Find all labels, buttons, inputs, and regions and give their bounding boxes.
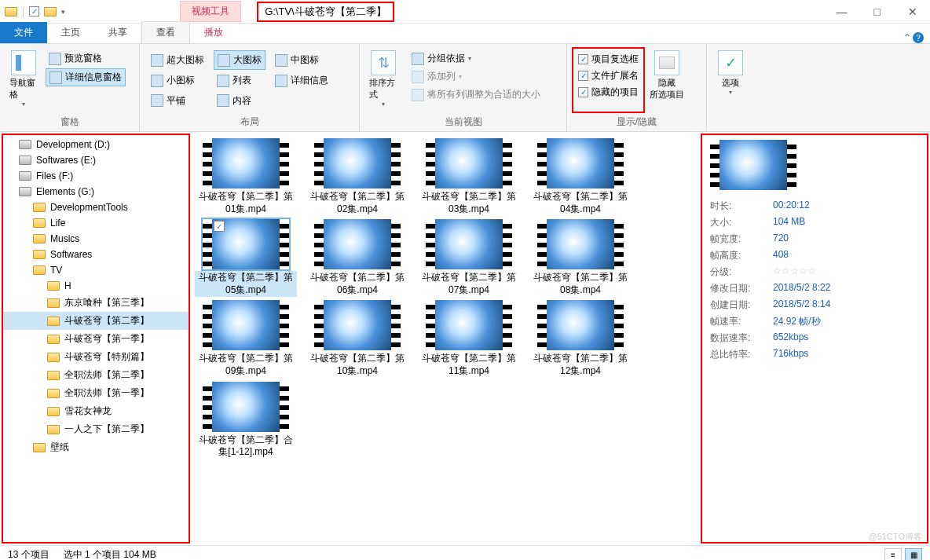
tab-share[interactable]: 共享 — [94, 22, 141, 43]
layout-label: 小图标 — [167, 74, 195, 87]
tree-node[interactable]: 斗破苍穹【第一季】 — [3, 330, 189, 348]
detail-key: 总比特率: — [710, 348, 773, 361]
file-name: 斗破苍穹【第二季】第06集.mp4 — [306, 271, 408, 297]
drive-icon — [19, 171, 31, 181]
file-item[interactable]: ✓斗破苍穹【第二季】第05集.mp4 — [195, 219, 297, 297]
contextual-tab-label: 视频工具 — [180, 1, 241, 22]
file-checkbox[interactable]: ✓ — [214, 221, 225, 232]
folder-icon — [44, 5, 57, 18]
autofit-button[interactable]: 将所有列调整为合适的大小 — [408, 86, 544, 103]
tree-node-label: Elements (G:) — [36, 186, 94, 197]
file-list[interactable]: 斗破苍穹【第二季】第01集.mp4斗破苍穹【第二季】第02集.mp4斗破苍穹【第… — [192, 132, 699, 545]
showhide-group-label: 显示/隐藏 — [572, 113, 701, 131]
tree-node[interactable]: Life — [3, 215, 189, 231]
qat-dropdown-icon[interactable]: ▾ — [61, 8, 65, 16]
file-item[interactable]: 斗破苍穹【第二季】第07集.mp4 — [418, 219, 520, 297]
tree-node[interactable]: 一人之下【第二季】 — [3, 420, 189, 438]
layout-label: 中图标 — [291, 53, 319, 67]
folder-icon — [47, 335, 60, 344]
layout-option[interactable]: 中图标 — [272, 50, 331, 70]
tab-file[interactable]: 文件 — [0, 22, 47, 43]
addcolumn-button[interactable]: 添加列 ▾ — [408, 68, 544, 85]
file-item[interactable]: 斗破苍穹【第二季】第12集.mp4 — [529, 300, 632, 378]
tree-node[interactable]: TV — [3, 262, 189, 278]
file-item[interactable]: 斗破苍穹【第二季】第01集.mp4 — [195, 138, 297, 216]
file-item[interactable]: 斗破苍穹【第二季】合集[1-12].mp4 — [195, 382, 297, 459]
tree-node[interactable]: 斗破苍穹【第二季】 — [3, 312, 189, 330]
status-bar: 13 个项目 选中 1 个项目 104 MB ≡ ▦ — [0, 545, 930, 560]
minimize-button[interactable]: — — [824, 0, 859, 24]
tree-node[interactable]: 斗破苍穹【特别篇】 — [3, 348, 189, 366]
item-checkboxes-toggle[interactable]: ✓项目复选框 — [577, 52, 640, 67]
tree-node[interactable]: 全职法师【第二季】 — [3, 366, 189, 384]
file-item[interactable]: 斗破苍穹【第二季】第10集.mp4 — [306, 300, 408, 378]
file-thumbnail — [203, 382, 289, 432]
nav-pane-button[interactable]: 导航窗格 ▾ — [5, 47, 42, 113]
layout-option[interactable]: 平铺 — [148, 92, 207, 110]
layout-icon — [151, 75, 163, 87]
layout-option[interactable]: 超大图标 — [148, 50, 207, 70]
tree-node[interactable]: 雪花女神龙 — [3, 402, 189, 420]
sort-button[interactable]: ⇅ 排序方式 ▾ — [364, 47, 402, 113]
file-item[interactable]: 斗破苍穹【第二季】第06集.mp4 — [306, 219, 408, 297]
drive-icon — [19, 156, 31, 165]
file-item[interactable]: 斗破苍穹【第二季】第09集.mp4 — [195, 300, 297, 378]
maximize-button[interactable]: □ — [859, 0, 895, 24]
layout-option[interactable]: 列表 — [214, 71, 265, 90]
file-item[interactable]: 斗破苍穹【第二季】第04集.mp4 — [529, 138, 632, 216]
ribbon-help-icon[interactable]: ⌃ ? — [903, 32, 924, 43]
detail-value: 2018/5/2 8:14 — [773, 298, 830, 312]
tree-node[interactable]: Softwares — [3, 247, 189, 262]
layout-label: 超大图标 — [167, 53, 204, 67]
options-button[interactable]: ✓ 选项 ▾ — [712, 47, 749, 115]
file-item[interactable]: 斗破苍穹【第二季】第03集.mp4 — [418, 138, 520, 216]
preview-pane-button[interactable]: 预览窗格 — [46, 50, 126, 67]
tree-node[interactable]: Development (D:) — [3, 137, 189, 152]
currentview-group-label: 当前视图 — [364, 113, 562, 131]
close-button[interactable]: ✕ — [895, 0, 930, 24]
tree-node[interactable]: Softwares (E:) — [3, 152, 189, 168]
detail-row: 时长:00:20:12 — [710, 198, 919, 214]
layout-icon — [217, 75, 229, 87]
tree-node[interactable]: 东京喰种【第三季】 — [3, 294, 189, 312]
tree-node[interactable]: Musics — [3, 231, 189, 247]
file-thumbnail — [537, 138, 624, 188]
tree-node[interactable]: Files (F:) — [3, 168, 189, 184]
hidden-items-toggle[interactable]: ✓隐藏的项目 — [577, 85, 640, 100]
groupby-button[interactable]: 分组依据 ▾ — [408, 50, 544, 67]
layout-option[interactable]: 详细信息 — [272, 71, 331, 90]
tab-play[interactable]: 播放 — [190, 22, 237, 43]
details-view-button[interactable]: ≡ — [884, 548, 902, 561]
details-pane: 时长:00:20:12大小:104 MB帧宽度:720帧高度:408分级:☆☆☆… — [701, 134, 928, 544]
file-ext-toggle[interactable]: ✓文件扩展名 — [577, 68, 640, 83]
navigation-tree[interactable]: Development (D:)Softwares (E:)Files (F:)… — [2, 134, 190, 544]
layout-option[interactable]: 大图标 — [214, 50, 265, 70]
details-pane-button[interactable]: 详细信息窗格 — [46, 68, 126, 86]
file-item[interactable]: 斗破苍穹【第二季】第02集.mp4 — [306, 138, 408, 216]
tree-node-label: Life — [50, 218, 65, 229]
groupby-icon — [412, 53, 424, 65]
file-thumbnail — [314, 300, 401, 350]
file-item[interactable]: 斗破苍穹【第二季】第11集.mp4 — [418, 300, 520, 378]
file-item[interactable]: 斗破苍穹【第二季】第08集.mp4 — [529, 219, 632, 297]
hide-selected-button[interactable]: 隐藏 所选项目 — [648, 47, 686, 113]
nav-pane-icon — [16, 55, 31, 71]
layout-option[interactable]: 内容 — [214, 92, 265, 110]
tree-node[interactable]: Elements (G:) — [3, 184, 189, 199]
checkbox-icon: ✓ — [578, 54, 588, 64]
thumbnails-view-button[interactable]: ▦ — [905, 548, 922, 561]
detail-row: 数据速率:652kbps — [710, 330, 919, 346]
tree-node[interactable]: 全职法师【第一季】 — [3, 384, 189, 402]
qat-checkbox[interactable]: ✓ — [29, 6, 39, 16]
tab-home[interactable]: 主页 — [47, 22, 94, 43]
detail-key: 帧速率: — [710, 315, 773, 328]
quick-access-toolbar: | ✓ ▾ — [0, 5, 70, 18]
tree-node[interactable]: 壁纸 — [3, 438, 189, 456]
tree-node[interactable]: H — [3, 278, 189, 294]
detail-row: 创建日期:2018/5/2 8:14 — [710, 297, 919, 313]
tab-view[interactable]: 查看 — [141, 21, 190, 43]
layout-option[interactable]: 小图标 — [148, 71, 207, 90]
folder-icon — [47, 407, 60, 416]
folder-icon — [47, 298, 60, 308]
tree-node[interactable]: DevelopmentTools — [3, 199, 189, 215]
